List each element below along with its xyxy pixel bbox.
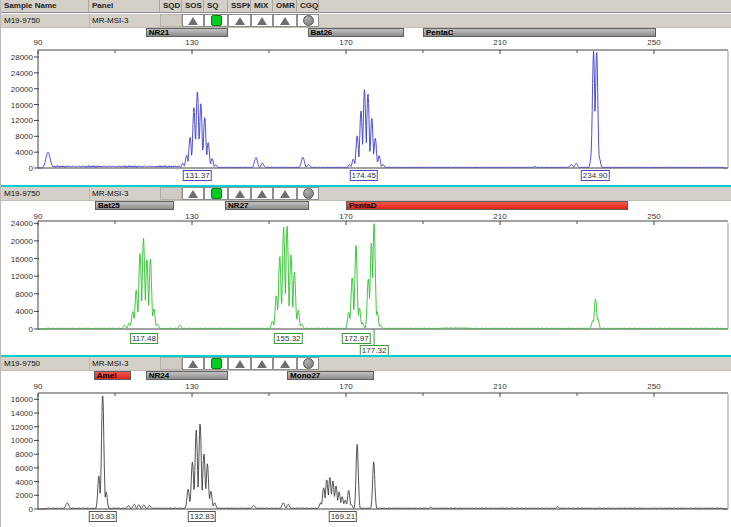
- y-axis-tick-label: 24000: [11, 219, 34, 228]
- y-axis-tick-label: 4000: [15, 148, 33, 157]
- x-axis-tick-label: 130: [185, 212, 199, 221]
- y-axis-tick-label: 14000: [11, 409, 34, 418]
- y-axis-tick-label: 4000: [15, 478, 33, 487]
- column-header-omr: OMR: [273, 0, 297, 13]
- trace-line: [39, 51, 727, 168]
- y-axis-tick-label: 16000: [11, 101, 34, 110]
- column-header-mix: MIX: [251, 0, 273, 13]
- y-axis-tick-label: 0: [29, 164, 34, 173]
- peak-size-label[interactable]: 155.32: [274, 333, 302, 344]
- peak-size-label[interactable]: 132.83: [188, 511, 216, 522]
- y-axis-tick-label: 8000: [15, 450, 33, 459]
- peak-size-label[interactable]: 169.21: [329, 511, 357, 522]
- peak-size-label[interactable]: 117.48: [130, 333, 158, 344]
- y-axis-tick-label: 16000: [11, 255, 34, 264]
- x-axis-tick-label: 90: [34, 38, 43, 47]
- y-axis-tick-label: 12000: [11, 423, 34, 432]
- x-axis-tick-label: 90: [34, 382, 43, 391]
- column-header-row: Sample NamePanelSQDSOSSQSSPKMIXOMRCGQ: [1, 0, 731, 13]
- column-header-sqd: SQD: [160, 0, 182, 13]
- x-axis-tick-label: 250: [647, 38, 661, 47]
- column-header-cgq: CGQ: [297, 0, 319, 13]
- sample-panel-1: M19-9750MR-MSI-3NR21Bat26PentaC901301702…: [1, 14, 731, 185]
- x-axis-tick-label: 250: [647, 382, 661, 391]
- x-axis-tick-label: 130: [185, 382, 199, 391]
- x-axis-tick-label: 210: [493, 212, 507, 221]
- x-axis-tick-label: 170: [339, 38, 353, 47]
- x-axis-tick-label: 210: [493, 382, 507, 391]
- y-axis-tick-label: 2000: [15, 491, 33, 500]
- x-axis-tick-label: 130: [185, 38, 199, 47]
- y-axis-tick-label: 24000: [11, 69, 34, 78]
- peak-size-label[interactable]: 172.97: [342, 333, 370, 344]
- column-header-sspk: SSPK: [228, 0, 251, 13]
- electropherogram-plot[interactable]: 9013017021025004000800012000160002000024…: [1, 187, 731, 355]
- peak-size-label[interactable]: 174.45: [349, 170, 377, 181]
- y-axis-tick-label: 0: [29, 325, 34, 334]
- y-axis-tick-label: 6000: [15, 464, 33, 473]
- y-axis-tick-label: 8000: [15, 132, 33, 141]
- peak-size-label[interactable]: 106.83: [88, 511, 116, 522]
- trace-line: [39, 224, 727, 329]
- trace-line: [39, 396, 727, 509]
- sample-panel-3: M19-9750MR-MSI-3AmelNR24Mono279013017021…: [1, 357, 731, 527]
- y-axis-tick-label: 20000: [11, 237, 34, 246]
- peak-size-label[interactable]: 131.37: [183, 170, 211, 181]
- fragment-analysis-window: Sample NamePanelSQDSOSSQSSPKMIXOMRCGQ M1…: [0, 0, 731, 527]
- panel-separator: [1, 185, 731, 187]
- y-axis-tick-label: 12000: [11, 116, 34, 125]
- y-axis-tick-label: 4000: [15, 307, 33, 316]
- column-header-sample-name: Sample Name: [1, 0, 89, 13]
- x-axis-tick-label: 170: [339, 212, 353, 221]
- x-axis-tick-label: 90: [34, 212, 43, 221]
- y-axis-tick-label: 10000: [11, 436, 34, 445]
- y-axis-tick-label: 28000: [11, 53, 34, 62]
- column-header-panel: Panel: [89, 0, 160, 13]
- y-axis-tick-label: 20000: [11, 85, 34, 94]
- x-axis-tick-label: 250: [647, 212, 661, 221]
- x-axis-tick-label: 170: [339, 382, 353, 391]
- peak-size-label[interactable]: 234.90: [581, 170, 609, 181]
- y-axis-tick-label: 12000: [11, 272, 34, 281]
- panel-separator: [1, 355, 731, 357]
- y-axis-tick-label: 0: [29, 505, 34, 514]
- x-axis-tick-label: 210: [493, 38, 507, 47]
- sample-panel-2: M19-9750MR-MSI-3Bat25NR27PentaD901301702…: [1, 187, 731, 355]
- y-axis-tick-label: 16000: [11, 395, 34, 404]
- electropherogram-plot[interactable]: 9013017021025002000400060008000100001200…: [1, 357, 731, 527]
- y-axis-tick-label: 8000: [15, 290, 33, 299]
- column-header-sos: SOS: [182, 0, 204, 13]
- column-header-sq: SQ: [204, 0, 228, 13]
- electropherogram-plot[interactable]: 9013017021025004000800012000160002000024…: [1, 14, 731, 185]
